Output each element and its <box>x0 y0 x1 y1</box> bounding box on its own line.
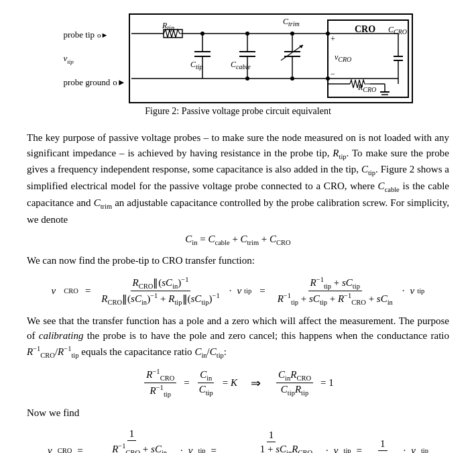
paragraph-2: We can now find the probe-tip to CRO tra… <box>27 253 449 268</box>
svg-point-33 <box>290 77 294 81</box>
probe-tip-label: probe tip o► <box>63 30 125 40</box>
svg-text:CRO: CRO <box>355 24 375 34</box>
equation-cin: Cin = Ccable + Ctrim + CCRO <box>27 234 449 246</box>
probe-ground-label: probe ground o► <box>63 77 125 88</box>
v-tip-label: vtip <box>63 53 125 65</box>
figure-caption: Figure 2: Passive voltage probe circuit … <box>145 106 331 117</box>
svg-text:Ctip: Ctip <box>190 60 203 70</box>
paragraph-4: Now we find <box>27 405 449 421</box>
svg-text:vCRO: vCRO <box>335 52 351 63</box>
svg-point-58 <box>326 32 330 36</box>
circuit-diagram: Rtip Ctip Ccable <box>129 13 413 103</box>
circuit-svg: Rtip Ctip Ccable <box>130 15 412 102</box>
final-equation: vCRO = 1 1 + R−1CRO + sCin R−1tip + sCti… <box>27 427 449 453</box>
paragraph-3: We see that the transfer function has a … <box>27 313 449 361</box>
calibration-equation: R−1CRO R−1tip = Cin Ctip = K ⇒ CinRCRO C… <box>27 367 449 399</box>
paragraph-1: The key purpose of passive voltage probe… <box>27 130 449 227</box>
svg-text:+: + <box>331 34 335 44</box>
svg-point-31 <box>290 32 294 36</box>
transfer-function-equation: vCRO = RCRO‖(sCin)−1 RCRO‖(sCin)−1 + Rti… <box>27 275 449 307</box>
svg-text:−: − <box>331 69 335 79</box>
svg-point-57 <box>326 77 330 81</box>
svg-text:Ctrim: Ctrim <box>283 17 300 28</box>
